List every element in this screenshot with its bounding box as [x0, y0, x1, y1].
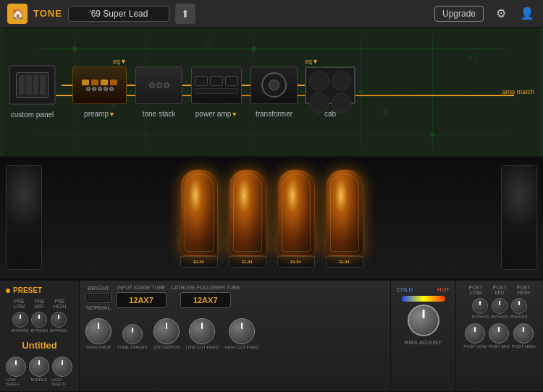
- connector-5: [298, 85, 305, 86]
- post-low-label: POST LOW: [465, 285, 487, 295]
- chain-component-preamp[interactable]: eq▼ prea: [72, 67, 127, 118]
- tone-stack-label: tone stack: [143, 110, 176, 118]
- post-bypass-3[interactable]: BYPASS: [510, 298, 528, 319]
- cold-label: COLD: [397, 286, 413, 293]
- app-logo: TONE: [33, 8, 62, 19]
- high-cut-group[interactable]: HIGH CUT FREQ: [224, 318, 258, 349]
- bias-section: COLD HOT BIAS ADJUST: [391, 281, 456, 391]
- high-shelf-group[interactable]: HIGH SHELF: [51, 357, 73, 386]
- post-mid-knob[interactable]: [492, 298, 508, 314]
- low-shelf-knob[interactable]: [6, 357, 26, 377]
- post-low-shelf-knob[interactable]: [465, 323, 485, 344]
- post-high-label: POST HIGH: [513, 285, 534, 295]
- tube-4-label: EL34: [339, 260, 349, 264]
- low-shelf-group[interactable]: LOW SHELF: [6, 357, 27, 386]
- input-tube-display[interactable]: 12AX7: [116, 292, 167, 308]
- gain-knob[interactable]: [85, 318, 111, 344]
- connector-4: [242, 85, 251, 86]
- connector-1: [62, 85, 72, 86]
- tube-knobs-row: GAIN KNOB TUBE STAGES DISTORTION LOW CUT…: [85, 318, 384, 349]
- high-shelf-knob[interactable]: [52, 357, 72, 377]
- cathode-follower-label: CATHODE FOLLOWER TUBE: [171, 285, 240, 290]
- tube-3-base: EL34: [277, 256, 315, 268]
- chain-component-custom-panel[interactable]: custom panel: [9, 65, 56, 119]
- amp-match-section[interactable]: amp match: [502, 88, 534, 95]
- distortion-group[interactable]: DISTORTION: [153, 318, 180, 349]
- high-cut-knob[interactable]: [229, 318, 255, 344]
- tube-3: EL34: [277, 169, 315, 268]
- preset-name-value: Untitled: [6, 340, 73, 351]
- tube-area: EL34 EL34 EL34 EL34: [0, 158, 543, 281]
- pre-high-label: PRE HIGH: [51, 299, 69, 309]
- settings-button[interactable]: ⚙: [492, 5, 510, 22]
- chain-component-power-amp[interactable]: power amp▼: [191, 67, 242, 118]
- tube-2-label: EL34: [242, 260, 252, 264]
- cold-hot-row: COLD HOT: [397, 286, 450, 293]
- preamp-label: preamp▼: [84, 110, 115, 118]
- post-bypass-1-label: BYPASS: [472, 315, 489, 319]
- bias-knob[interactable]: [408, 304, 439, 336]
- eq-label-1: eq▼: [113, 58, 127, 65]
- hot-label: HOT: [437, 286, 450, 293]
- post-bypass-labels: POST LOW POST MID POST HIGH: [460, 285, 539, 295]
- post-bypass-2[interactable]: BYPASS: [491, 298, 508, 319]
- transformer-label: transformer: [256, 110, 292, 118]
- tube-stages-group[interactable]: TUBE STAGES: [117, 324, 148, 349]
- chain-component-tone-stack[interactable]: tone stack: [135, 67, 182, 118]
- post-high-shelf-knob[interactable]: [513, 323, 534, 344]
- low-cut-knob[interactable]: [189, 318, 215, 344]
- gain-knob-group[interactable]: GAIN KNOB: [85, 318, 111, 349]
- input-stage-label: INPUT STAGE TUBE: [117, 285, 166, 290]
- post-low-knob[interactable]: [472, 298, 488, 314]
- upgrade-button[interactable]: Upgrade: [434, 6, 484, 22]
- post-low-shelf-label: POST LOW: [463, 344, 487, 349]
- save-button[interactable]: ⬆: [175, 4, 195, 24]
- post-high-shelf-group[interactable]: POST HIGH: [512, 323, 536, 349]
- low-cut-group[interactable]: LOW CUT FREQ: [185, 318, 219, 349]
- post-bypass-2-label: BYPASS: [491, 315, 508, 319]
- user-button[interactable]: 👤: [518, 5, 536, 22]
- top-right-controls: Upgrade ⚙ 👤: [434, 5, 536, 22]
- gain-knob-label: GAIN KNOB: [86, 345, 110, 349]
- cathode-tube-display[interactable]: 12AX7: [180, 292, 231, 308]
- bypass-buttons-row: BYPASS BYPASS BYPASS: [6, 312, 73, 333]
- preset-label-text: PRESET: [13, 286, 42, 294]
- home-button[interactable]: 🏠: [7, 4, 28, 24]
- bias-adjust-label: BIAS ADJUST: [405, 339, 442, 346]
- pre-mid-knob[interactable]: [31, 312, 47, 328]
- left-unit: [6, 165, 42, 270]
- preset-section: PRESET PRE LOW PRE MID PRE HIGH BYPASS B…: [0, 281, 80, 391]
- middle-knob[interactable]: [29, 357, 49, 377]
- cab-label: cab: [324, 110, 336, 118]
- post-bypass-1[interactable]: BYPASS: [472, 298, 489, 319]
- high-shelf-label: HIGH SHELF: [51, 378, 73, 386]
- pre-low-knob[interactable]: [12, 312, 28, 328]
- post-low-shelf-group[interactable]: POST LOW: [463, 323, 487, 349]
- post-middle-group[interactable]: POST MID: [489, 323, 510, 349]
- low-cut-label: LOW CUT FREQ: [185, 345, 219, 349]
- distortion-label: DISTORTION: [153, 345, 180, 349]
- tube-1: EL34: [180, 169, 218, 268]
- post-bypass-buttons: BYPASS BYPASS BYPASS: [460, 298, 539, 319]
- transformer-visual: [251, 67, 298, 104]
- preamp-dropdown-arrow: ▼: [109, 111, 115, 118]
- control-panel: PRESET PRE LOW PRE MID PRE HIGH BYPASS B…: [0, 281, 543, 392]
- post-high-knob[interactable]: [511, 298, 527, 314]
- preset-name-display[interactable]: '69 Super Lead: [68, 6, 169, 22]
- custom-panel-label: custom panel: [11, 111, 54, 119]
- bright-display[interactable]: [85, 293, 111, 303]
- power-amp-label: power amp▼: [195, 110, 237, 118]
- post-middle-knob[interactable]: [489, 323, 509, 344]
- bypass-1-group[interactable]: BYPASS: [12, 312, 29, 333]
- bypass-3-group[interactable]: BYPASS: [50, 312, 67, 333]
- bypass-2-group[interactable]: BYPASS: [31, 312, 49, 333]
- chain-component-cab[interactable]: eq▼ cab: [305, 67, 355, 118]
- pre-high-knob[interactable]: [51, 312, 67, 328]
- bypass-row-labels: PRE LOW PRE MID PRE HIGH: [6, 299, 73, 309]
- chain-component-transformer[interactable]: transformer: [251, 67, 298, 118]
- distortion-knob[interactable]: [153, 318, 180, 344]
- post-mid-label: POST MID: [489, 285, 510, 295]
- eq-label-2: eq▼: [305, 58, 319, 65]
- middle-group[interactable]: MIDDLE: [29, 357, 49, 386]
- tube-stages-knob[interactable]: [122, 324, 143, 344]
